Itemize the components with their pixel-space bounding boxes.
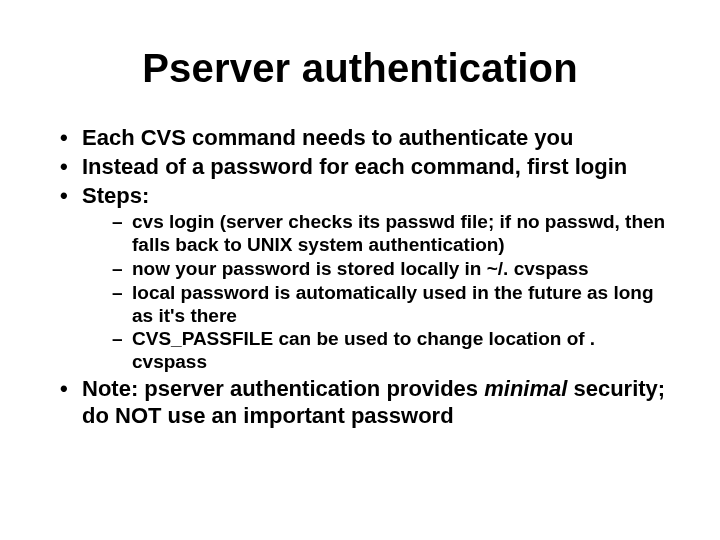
note-text-pre: Note: pserver authentication provides	[82, 376, 484, 401]
slide: Pserver authentication Each CVS command …	[0, 0, 720, 540]
sub-bullet-item: CVS_PASSFILE can be used to change locat…	[110, 328, 670, 374]
slide-title: Pserver authentication	[50, 46, 670, 91]
sub-bullet-item: cvs login (server checks its passwd file…	[110, 211, 670, 257]
bullet-item: Steps: cvs login (server checks its pass…	[54, 183, 670, 374]
sub-bullet-item: now your password is stored locally in ~…	[110, 258, 670, 281]
bullet-item: Each CVS command needs to authenticate y…	[54, 125, 670, 152]
bullet-item: Instead of a password for each command, …	[54, 154, 670, 181]
bullet-item-note: Note: pserver authentication provides mi…	[54, 376, 670, 430]
sub-bullet-item: local password is automatically used in …	[110, 282, 670, 328]
bullet-list-level2: cvs login (server checks its passwd file…	[82, 211, 670, 374]
bullet-text: Steps:	[82, 183, 149, 208]
bullet-list-level1: Each CVS command needs to authenticate y…	[50, 125, 670, 430]
note-text-italic: minimal	[484, 376, 567, 401]
